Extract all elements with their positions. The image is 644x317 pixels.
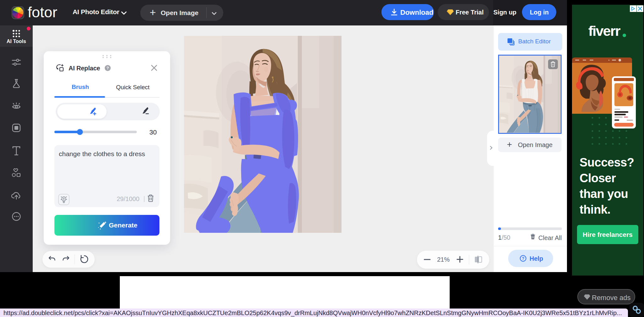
svg-text:?: ? <box>107 66 109 70</box>
svg-text:i: i <box>631 7 632 10</box>
svg-text:?: ? <box>522 256 525 261</box>
